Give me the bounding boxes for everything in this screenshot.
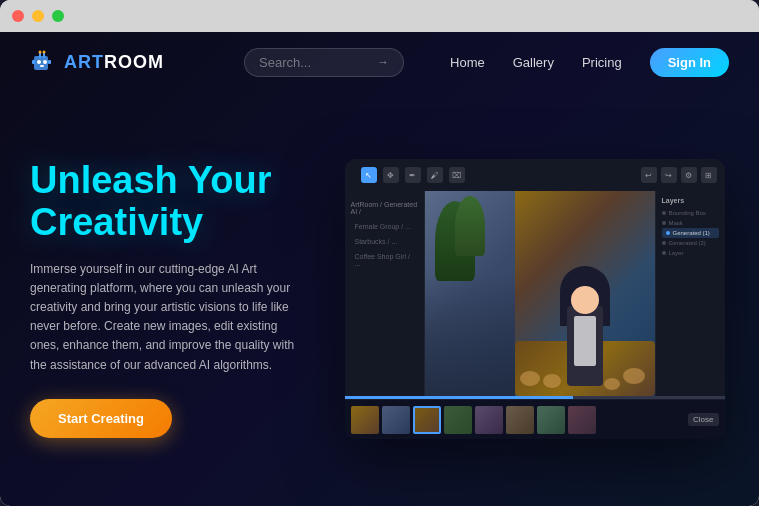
svg-rect-5 xyxy=(40,65,44,67)
maximize-button[interactable] xyxy=(52,10,64,22)
toolbar-undo-icon[interactable]: ↩ xyxy=(641,167,657,183)
start-creating-button[interactable]: Start Creating xyxy=(30,399,172,438)
toolbar-grid-icon[interactable]: ⊞ xyxy=(701,167,717,183)
nav-links: Home Gallery Pricing Sign In xyxy=(450,48,729,77)
svg-rect-1 xyxy=(32,60,35,64)
figure-body xyxy=(567,306,603,386)
app-window: ↖ ✥ ✒ 🖌 ⌧ ↩ ↪ ⚙ ⊞ xyxy=(345,159,725,439)
hero-title-line2: Creativity xyxy=(30,201,203,243)
logo: ARTROOM xyxy=(30,48,164,76)
tree-element-2 xyxy=(455,196,485,256)
film-thumb-2[interactable] xyxy=(382,406,410,434)
figure-face xyxy=(571,286,599,314)
canvas-image xyxy=(515,191,655,396)
toolbar-right-icons: ↩ ↪ ⚙ ⊞ xyxy=(641,167,717,183)
layer-item-4[interactable]: Generated (2) xyxy=(662,238,719,248)
app-preview: ↖ ✥ ✒ 🖌 ⌧ ↩ ↪ ⚙ ⊞ xyxy=(340,159,729,439)
toolbar-pen-icon[interactable]: ✒ xyxy=(405,167,421,183)
logo-room: ROOM xyxy=(104,52,164,72)
browser-content: ARTROOM Search... → Home Gallery Pricing… xyxy=(0,32,759,506)
sidebar-subitem-3: Coffee Shop Girl / ... xyxy=(351,251,418,269)
background-buildings xyxy=(425,273,515,396)
toolbar-move-icon[interactable]: ✥ xyxy=(383,167,399,183)
film-thumb-3-active[interactable] xyxy=(413,406,441,434)
sidebar-subitem-2: Starbucks / ... xyxy=(351,236,418,247)
logo-icon xyxy=(30,48,58,76)
hero-description: Immerse yourself in our cutting-edge AI … xyxy=(30,260,300,375)
sidebar-subitem-1: Female Group / ... xyxy=(351,221,418,232)
toolbar-settings-icon[interactable]: ⚙ xyxy=(681,167,697,183)
film-thumb-4[interactable] xyxy=(444,406,472,434)
nav-pricing[interactable]: Pricing xyxy=(582,55,622,70)
hero-left: Unleash Your Creativity Immerse yourself… xyxy=(30,160,310,438)
film-thumb-8[interactable] xyxy=(568,406,596,434)
figure-apron xyxy=(574,316,596,366)
logo-text: ARTROOM xyxy=(64,52,164,73)
layer-item-2[interactable]: Mask xyxy=(662,218,719,228)
browser-window: ARTROOM Search... → Home Gallery Pricing… xyxy=(0,0,759,506)
filmstrip-close-button[interactable]: Close xyxy=(688,413,718,426)
svg-point-9 xyxy=(43,51,46,54)
app-left-sidebar: ArtRoom / Generated AI / Female Group / … xyxy=(345,191,425,396)
close-button[interactable] xyxy=(12,10,24,22)
svg-point-3 xyxy=(37,60,41,64)
film-thumb-5[interactable] xyxy=(475,406,503,434)
website: ARTROOM Search... → Home Gallery Pricing… xyxy=(0,32,759,506)
progress-fill xyxy=(345,396,573,399)
layer-dot-3 xyxy=(666,231,670,235)
search-bar[interactable]: Search... → xyxy=(244,48,404,77)
logo-art: ART xyxy=(64,52,104,72)
film-thumb-1[interactable] xyxy=(351,406,379,434)
svg-point-8 xyxy=(39,51,42,54)
app-canvas[interactable] xyxy=(425,191,655,396)
search-placeholder: Search... xyxy=(259,55,369,70)
layer-dot-4 xyxy=(662,241,666,245)
toolbar-brush-icon[interactable]: 🖌 xyxy=(427,167,443,183)
food-item-1 xyxy=(520,371,540,386)
hero-title-line1: Unleash Your xyxy=(30,159,271,201)
food-item-3 xyxy=(623,368,645,384)
toolbar-redo-icon[interactable]: ↪ xyxy=(661,167,677,183)
app-filmstrip: Close xyxy=(345,399,725,439)
minimize-button[interactable] xyxy=(32,10,44,22)
app-body: ArtRoom / Generated AI / Female Group / … xyxy=(345,191,725,396)
film-thumb-7[interactable] xyxy=(537,406,565,434)
navbar: ARTROOM Search... → Home Gallery Pricing… xyxy=(0,32,759,92)
toolbar-select-icon[interactable]: ↖ xyxy=(361,167,377,183)
browser-titlebar xyxy=(0,0,759,32)
layer-dot-2 xyxy=(662,221,666,225)
anime-character xyxy=(550,266,620,396)
toolbar-crop-icon[interactable]: ⌧ xyxy=(449,167,465,183)
progress-strip xyxy=(345,396,725,399)
panel-section-label: ArtRoom / Generated AI / xyxy=(351,199,418,217)
app-toolbar: ↖ ✥ ✒ 🖌 ⌧ ↩ ↪ ⚙ ⊞ xyxy=(345,159,725,191)
search-arrow-icon: → xyxy=(377,55,389,69)
hero-section: Unleash Your Creativity Immerse yourself… xyxy=(0,92,759,506)
svg-point-4 xyxy=(43,60,47,64)
layer-item-1[interactable]: Bounding Box xyxy=(662,208,719,218)
film-thumb-6[interactable] xyxy=(506,406,534,434)
layer-dot-5 xyxy=(662,251,666,255)
hero-title: Unleash Your Creativity xyxy=(30,160,310,244)
layer-item-3-active[interactable]: Generated (1) xyxy=(662,228,719,238)
layer-item-5[interactable]: Layer xyxy=(662,248,719,258)
layers-title: Layers xyxy=(662,197,719,204)
layer-dot-1 xyxy=(662,211,666,215)
svg-rect-2 xyxy=(48,60,51,64)
toolbar-icons: ↖ ✥ ✒ 🖌 ⌧ xyxy=(361,167,465,183)
nav-home[interactable]: Home xyxy=(450,55,485,70)
signin-button[interactable]: Sign In xyxy=(650,48,729,77)
app-right-panel: Layers Bounding Box Mask xyxy=(655,191,725,396)
canvas-left-area xyxy=(425,191,515,396)
nav-gallery[interactable]: Gallery xyxy=(513,55,554,70)
